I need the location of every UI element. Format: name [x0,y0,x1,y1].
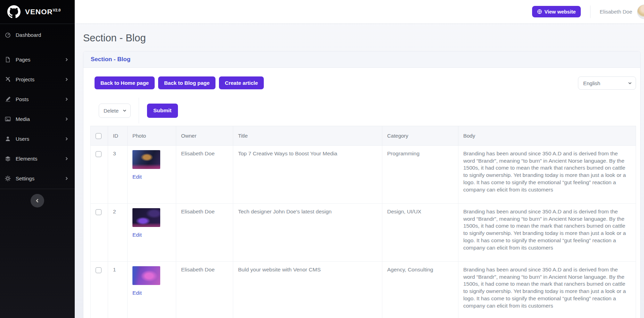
card-header: Section - Blog [83,51,640,68]
page-title: Section - Blog [83,32,641,44]
sidebar-nav: Dashboard Pages Projects P [0,25,75,188]
language-select[interactable]: English [578,76,636,90]
sidebar-item-media[interactable]: Media [0,109,75,129]
cell-category: Design, UI/UX [382,204,458,262]
sidebar-item-label: Pages [16,57,65,63]
sidebar-item-pages[interactable]: Pages [0,50,75,70]
cell-title: Tech designer John Doe's latest design [233,204,382,262]
sidebar-divider [0,189,75,189]
sidebar-item-projects[interactable]: Projects [0,70,75,89]
chevron-right-icon [65,97,68,101]
create-article-button[interactable]: Create article [219,76,264,89]
card-body: Back to Home page Back to Blog page Crea… [83,68,640,318]
row-checkbox[interactable] [96,267,101,273]
cell-title: Buld your website with Venor CMS [233,262,382,318]
articles-table: ID Photo Owner Title Category Body [90,126,636,318]
chevron-right-icon [65,177,68,180]
cell-body: Branding has been around since 350 A.D a… [458,146,636,204]
edit-link[interactable]: Edit [132,173,142,181]
section-blog-card: Section - Blog Back to Home page Back to… [83,51,641,318]
chevron-right-icon [65,157,68,161]
row-checkbox[interactable] [96,209,101,215]
sidebar-item-label: Posts [16,96,65,102]
sidebar-item-settings[interactable]: Settings [0,169,75,188]
edit-link[interactable]: Edit [132,231,142,239]
sidebar-item-label: Elements [16,156,65,162]
brand-version: V2.0 [53,8,61,12]
column-header-category: Category [382,126,458,146]
pink-keyboard-photo [132,266,160,285]
chevron-right-icon [65,78,68,81]
app-window: VENORV2.0 Dashboard Pages P [0,0,644,318]
sidebar-collapse-button[interactable] [31,194,44,207]
cell-body: Branding has been around since 350 A.D a… [458,204,636,262]
main-area: View website Elisabeth Doe Section - Blo… [75,0,644,318]
action-buttons: Back to Home page Back to Blog page Crea… [95,76,264,89]
speedometer-icon [5,32,11,38]
cell-title: Top 7 Creative Ways to Boost Your Media [233,146,382,204]
table-header-row: ID Photo Owner Title Category Body [91,126,636,146]
topbar-divider [590,6,590,18]
user-icon [5,136,11,142]
bulk-action-select[interactable]: Delete [99,104,131,118]
layers-icon [5,156,11,162]
cell-id: 2 [108,204,128,262]
sidebar-item-label: Dashboard [16,32,68,38]
cell-category: Programming [382,146,458,204]
topbar: View website Elisabeth Doe [75,0,644,24]
sidebar-item-label: Media [16,116,65,122]
cell-owner: Elisabeth Doe [176,204,233,262]
gear-icon [5,176,11,182]
cell-owner: Elisabeth Doe [176,146,233,204]
language-select-wrap: English [578,76,636,90]
back-to-home-button[interactable]: Back to Home page [95,76,155,89]
edit-link[interactable]: Edit [132,290,142,297]
sidebar-item-users[interactable]: Users [0,129,75,149]
column-header-body: Body [458,126,636,146]
card-header-link[interactable]: Section - Blog [91,56,130,63]
sidebar-item-dashboard[interactable]: Dashboard [0,25,75,45]
actions-row: Back to Home page Back to Blog page Crea… [95,76,636,90]
chevron-left-icon [35,198,40,203]
cell-id: 1 [108,262,128,318]
column-header-title: Title [233,126,382,146]
globe-icon [537,9,542,14]
column-header-owner: Owner [176,126,233,146]
brand-name: VENORV2.0 [25,8,60,16]
column-header-photo: Photo [128,126,176,146]
sidebar-divider [0,24,75,24]
bulk-action-select-wrap: Delete [99,104,131,118]
neon-workstation-photo [132,150,160,169]
sidebar: VENORV2.0 Dashboard Pages P [0,0,75,318]
purple-desk-setup-photo [132,208,160,227]
avatar[interactable] [637,5,644,19]
view-website-button[interactable]: View website [532,6,581,17]
sidebar-item-posts[interactable]: Posts [0,89,75,109]
content: Section - Blog Section - Blog Back to Ho… [75,24,644,318]
back-to-blog-button[interactable]: Back to Blog page [158,76,215,89]
table-row: 2 Edit Elisabeth Doe Tech designer John … [91,204,636,262]
user-name[interactable]: Elisabeth Doe [600,9,632,15]
sidebar-item-elements[interactable]: Elements [0,149,75,169]
chevron-right-icon [65,117,68,121]
file-icon [5,57,11,63]
column-header-id: ID [108,126,128,146]
select-all-checkbox[interactable] [96,133,101,139]
row-checkbox[interactable] [96,151,101,157]
sidebar-item-label: Users [16,136,65,142]
brand[interactable]: VENORV2.0 [0,0,75,24]
image-icon [5,116,11,122]
tools-icon [5,76,11,83]
view-website-label: View website [545,9,576,15]
submit-button[interactable]: Submit [147,104,178,118]
sidebar-item-label: Settings [16,176,65,181]
bulk-divider [139,98,139,123]
cell-owner: Elisabeth Doe [176,262,233,318]
cell-id: 3 [108,146,128,204]
chevron-right-icon [65,58,68,62]
cell-body: Branding has been around since 350 A.D a… [458,262,636,318]
cell-category: Agency, Consulting [382,262,458,318]
github-logo-icon [7,5,21,19]
table-row: 1 Edit Elisabeth Doe Buld your website w… [91,262,636,318]
chevron-right-icon [65,137,68,141]
